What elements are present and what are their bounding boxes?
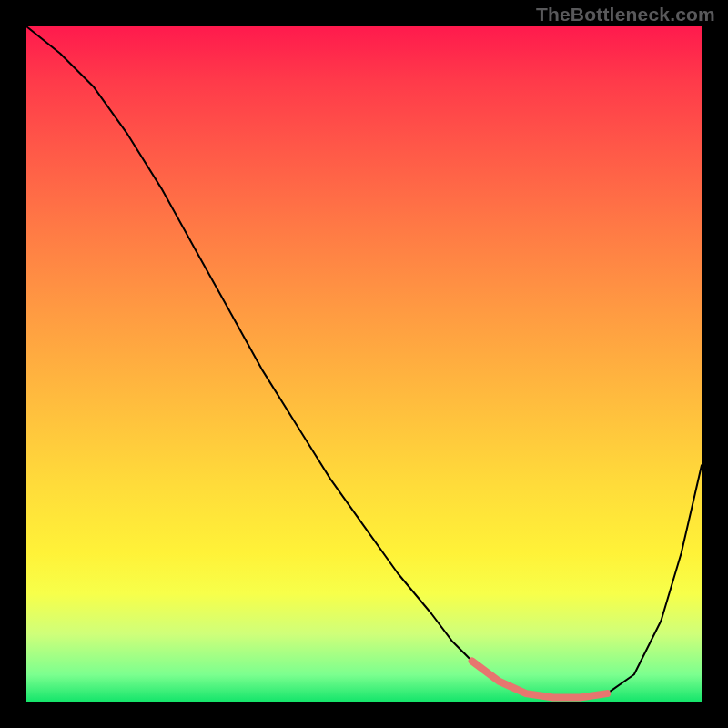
plot-area: [26, 26, 702, 702]
curve-main: [26, 26, 702, 698]
chart-frame: TheBottleneck.com: [0, 0, 728, 728]
bottleneck-curve: [26, 26, 702, 702]
curve-highlight: [472, 662, 607, 698]
watermark-text: TheBottleneck.com: [536, 4, 715, 25]
